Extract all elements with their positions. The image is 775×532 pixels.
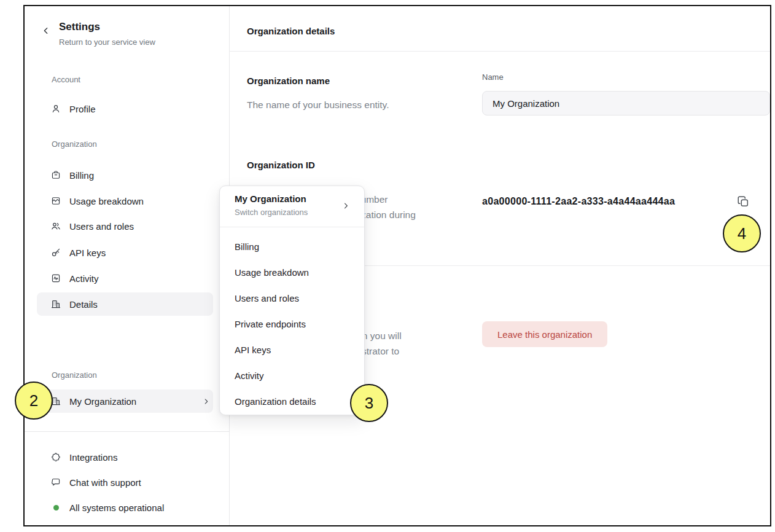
menu-item-private-endpoints[interactable]: Private endpoints	[220, 311, 364, 337]
menu-item-users-and-roles[interactable]: Users and roles	[220, 285, 364, 311]
org-switcher-subtitle: Switch organizations	[235, 208, 308, 217]
sidebar-item-chat-support[interactable]: Chat with support	[37, 471, 213, 494]
section-label-org-switcher: Organization	[52, 370, 97, 380]
sidebar-item-users-and-roles[interactable]: Users and roles	[37, 214, 213, 238]
org-dropdown-menu: My Organization Switch organizations Bil…	[219, 186, 365, 415]
sidebar-item-label: Details	[69, 299, 98, 310]
menu-divider	[220, 227, 364, 227]
page-title: Settings	[59, 21, 100, 33]
sidebar-item-system-status[interactable]: All systems operational	[37, 496, 213, 519]
menu-item-billing[interactable]: Billing	[220, 233, 364, 259]
green-dot-icon	[50, 502, 61, 513]
chevron-left-icon	[41, 26, 51, 36]
menu-item-api-keys[interactable]: API keys	[220, 337, 364, 362]
screenshot-canvas: Settings Return to your service view Acc…	[0, 0, 775, 532]
sidebar-item-label: Profile	[69, 104, 96, 114]
pulse-square-icon	[50, 273, 61, 284]
sidebar-item-usage-breakdown[interactable]: Usage breakdown	[37, 189, 213, 213]
puzzle-icon	[50, 452, 61, 463]
menu-item-activity[interactable]: Activity	[220, 362, 364, 388]
chat-bubble-icon	[50, 477, 61, 488]
menu-item-organization-details[interactable]: Organization details	[220, 388, 364, 414]
annotation-step-2: 2	[15, 381, 53, 420]
leave-organization-button[interactable]: Leave this organization	[482, 321, 607, 347]
sidebar-item-activity[interactable]: Activity	[37, 267, 213, 290]
sidebar-item-label: Integrations	[69, 452, 117, 463]
org-name-input[interactable]	[482, 91, 770, 115]
sidebar-item-integrations[interactable]: Integrations	[37, 445, 213, 469]
sidebar-item-label: Chat with support	[69, 477, 141, 488]
building-icon	[50, 299, 61, 310]
sidebar-item-label: Users and roles	[69, 221, 134, 232]
org-id-value: a0a00000-1111-2aa2-a333-a4a44aa444aa	[482, 196, 675, 207]
person-icon	[50, 103, 61, 114]
sidebar-item-label: Usage breakdown	[69, 196, 144, 206]
app-window: Settings Return to your service view Acc…	[23, 5, 771, 526]
section-label-organization: Organization	[52, 139, 97, 149]
sidebar-item-my-organization[interactable]: My Organization	[37, 389, 213, 413]
key-icon	[50, 247, 61, 258]
sidebar-item-label: Billing	[69, 170, 94, 181]
page-subtitle[interactable]: Return to your service view	[59, 37, 155, 47]
content-title: Organization details	[247, 26, 335, 36]
sidebar-item-profile[interactable]: Profile	[37, 97, 213, 120]
sidebar-item-api-keys[interactable]: API keys	[37, 241, 213, 264]
annotation-step-4: 4	[723, 214, 761, 252]
sidebar-item-label: API keys	[69, 248, 106, 258]
sidebar-item-label: My Organization	[69, 396, 136, 407]
sidebar-item-details[interactable]: Details	[37, 292, 213, 316]
chevron-right-icon	[202, 397, 211, 405]
menu-item-usage-breakdown[interactable]: Usage breakdown	[220, 259, 364, 285]
name-field-label: Name	[482, 72, 504, 82]
chart-wave-icon	[50, 195, 61, 206]
sidebar-item-label: Activity	[69, 273, 99, 284]
org-name-heading: Organization name	[247, 76, 330, 86]
sidebar-item-label: All systems operational	[69, 503, 164, 513]
copy-button[interactable]	[735, 194, 751, 210]
org-switcher-title: My Organization	[235, 194, 306, 204]
section-label-account: Account	[52, 75, 80, 84]
org-name-description: The name of your business entity.	[247, 97, 431, 112]
sidebar-footer-divider	[25, 431, 229, 432]
org-id-heading: Organization ID	[247, 160, 315, 170]
briefcase-icon	[50, 170, 61, 181]
annotation-step-3: 3	[350, 384, 388, 422]
copy-icon	[736, 195, 750, 208]
people-icon	[50, 221, 61, 232]
sidebar-item-billing[interactable]: Billing	[37, 163, 213, 187]
back-button[interactable]	[41, 26, 52, 37]
org-switcher-header[interactable]: My Organization Switch organizations	[220, 186, 364, 227]
chevron-right-icon	[341, 201, 350, 210]
content-divider	[229, 51, 770, 52]
